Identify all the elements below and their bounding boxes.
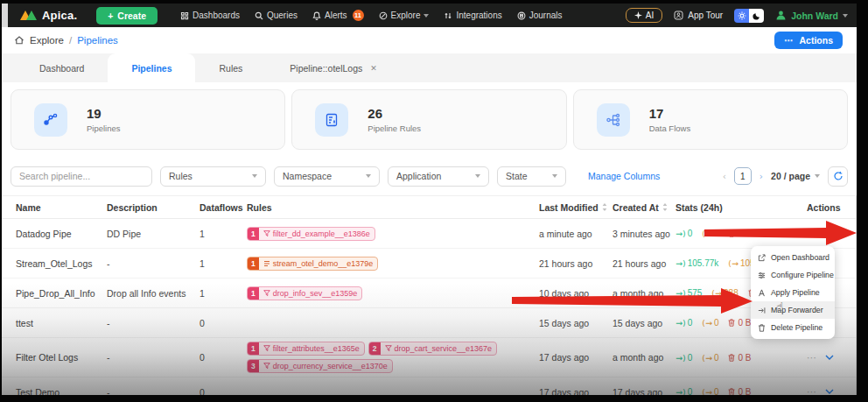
nav-alerts[interactable]: Alerts 11	[312, 10, 364, 21]
filter-funnel-icon	[263, 230, 270, 237]
table-row[interactable]: ttest - 0 15 days ago 15 days ago →)0 (→…	[2, 308, 856, 338]
state-select[interactable]: State	[497, 166, 566, 187]
menu-map-forwarder[interactable]: Map Forwarder	[751, 301, 835, 319]
trash-icon	[758, 324, 766, 332]
events-in-stat: →)0	[676, 353, 692, 363]
rules-select[interactable]: Rules	[160, 166, 266, 187]
table-row[interactable]: Test Demo - 0 17 days ago 17 days ago →)…	[2, 377, 856, 395]
filter-bar: Rules Namespace Application State Manage…	[10, 166, 848, 187]
tab-rules[interactable]: Rules	[195, 53, 266, 82]
page-actions-button[interactable]: ⋯ Actions	[774, 32, 843, 49]
pipelines-count: 19	[87, 106, 121, 121]
filter-funnel-icon	[263, 363, 270, 370]
nav-integrations[interactable]: Integrations	[444, 11, 501, 20]
integrations-icon	[444, 11, 452, 20]
rule-tag[interactable]: 1filter_dd_example__e1386e	[247, 227, 375, 241]
menu-delete-pipeline[interactable]: Delete Pipeline	[751, 319, 835, 336]
chevron-down-icon	[252, 174, 257, 178]
events-out-stat: (→288	[711, 288, 738, 298]
arrow-out-icon: (→	[728, 258, 738, 268]
breadcrumb-separator: /	[69, 35, 72, 46]
tab-dashboard[interactable]: Dashboard	[16, 53, 108, 82]
trash-icon	[728, 388, 735, 395]
row-expand-chevron[interactable]	[825, 389, 834, 395]
avatar	[775, 10, 787, 21]
refresh-button[interactable]	[828, 166, 848, 187]
nav-dashboards[interactable]: Dashboards	[180, 11, 240, 20]
refresh-icon	[833, 171, 844, 181]
arrow-out-icon: (→	[711, 288, 722, 298]
chevron-down-icon	[475, 174, 480, 178]
user-menu[interactable]: John Ward	[775, 10, 848, 21]
menu-open-dashboard[interactable]: Open Dashboard	[751, 249, 835, 266]
tab-pipelines[interactable]: Pipelines	[108, 53, 195, 82]
col-last-modified[interactable]: Last Modified	[539, 202, 612, 213]
table-row[interactable]: Filter Otel Logs - 0 1filter_attributes_…	[2, 338, 856, 377]
alerts-count-badge: 11	[353, 10, 364, 21]
rule-tag[interactable]: 1filter_attributes__e1365e	[247, 342, 365, 356]
prev-page-icon[interactable]: ‹	[723, 171, 726, 181]
row-expand-chevron[interactable]	[825, 230, 834, 236]
table-row[interactable]: Datadog Pipe DD Pipe 1 1filter_dd_exampl…	[2, 219, 856, 249]
arrow-in-icon: →)	[676, 318, 686, 328]
filter-funnel-icon	[385, 345, 392, 352]
tab-pipeline-otellogs[interactable]: Pipeline::otelLogs ✕	[266, 53, 400, 82]
breadcrumb-section[interactable]: Explore	[30, 35, 64, 46]
rule-tag[interactable]: 1drop_info_sev__e1359e	[247, 286, 362, 300]
row-more-button[interactable]: ⋯	[807, 352, 816, 363]
bell-icon	[312, 11, 321, 20]
arrow-out-icon: (→	[702, 229, 712, 238]
next-page-icon[interactable]: ›	[760, 171, 763, 181]
chevron-down-icon	[424, 14, 429, 18]
col-created-at[interactable]: Created At	[612, 202, 676, 213]
brand-logo[interactable]: Apica.	[20, 9, 77, 22]
app-tour-button[interactable]: App Tour	[674, 11, 723, 20]
nav-queries[interactable]: Queries	[255, 11, 298, 20]
filter-funnel-icon	[263, 345, 270, 352]
chevron-down-icon	[552, 174, 557, 178]
dark-mode-moon-icon[interactable]	[749, 9, 764, 23]
apply-icon	[758, 289, 766, 297]
theme-toggle[interactable]	[734, 9, 764, 23]
home-icon[interactable]	[14, 35, 24, 46]
nav-journals[interactable]: Journals	[517, 11, 563, 20]
pipelines-card: 19 Pipelines	[10, 89, 285, 150]
close-tab-icon[interactable]: ✕	[370, 64, 377, 73]
menu-apply-pipeline[interactable]: Apply Pipeline	[751, 284, 835, 301]
chevron-down-icon	[843, 14, 848, 18]
tour-person-icon	[674, 11, 683, 20]
row-expand-chevron[interactable]	[825, 355, 834, 361]
row-actions-menu: Open Dashboard Configure Pipeline Apply …	[751, 246, 835, 339]
table-row[interactable]: Stream_Otel_Logs - 1 1stream_otel_demo__…	[2, 249, 856, 279]
data-flows-card-label: Data Flows	[649, 123, 691, 133]
search-input[interactable]	[10, 166, 152, 187]
brand-name: Apica.	[42, 9, 77, 22]
rule-tag[interactable]: 2drop_cart_service__e1367e	[368, 342, 497, 356]
dropped-stat: 0 B	[728, 318, 751, 328]
rule-tag[interactable]: 1stream_otel_demo__e1379e	[247, 257, 378, 271]
table-row[interactable]: Pipe_Drop_All_Info Drop all Info events …	[2, 279, 856, 308]
nav-explore[interactable]: Explore	[379, 11, 430, 20]
sparkle-icon	[634, 11, 642, 19]
row-more-button[interactable]: ⋯	[807, 228, 816, 239]
col-description: Description	[107, 202, 200, 213]
plus-icon: +	[108, 11, 113, 21]
application-select[interactable]: Application	[388, 166, 489, 187]
page-number[interactable]: 1	[734, 167, 752, 185]
sort-icon	[662, 203, 668, 211]
page-size-select[interactable]: 20 / page	[771, 171, 820, 181]
row-more-button[interactable]: ⋯	[807, 386, 816, 395]
compass-icon	[379, 11, 388, 20]
light-mode-sun-icon[interactable]	[734, 9, 749, 23]
breadcrumb-current[interactable]: Pipelines	[77, 35, 118, 46]
create-button[interactable]: + Create	[96, 7, 158, 25]
menu-configure-pipeline[interactable]: Configure Pipeline	[751, 266, 835, 284]
pagination: ‹ 1 › 20 / page	[723, 166, 848, 187]
primary-nav: Dashboards Queries Alerts 11 Explore Int…	[180, 10, 562, 21]
namespace-select[interactable]: Namespace	[274, 166, 380, 187]
manage-columns-link[interactable]: Manage Columns	[588, 171, 660, 181]
events-in-stat: →)0	[676, 229, 692, 238]
rule-tag[interactable]: 3drop_currency_service__e1370e	[247, 359, 393, 373]
events-out-stat: (→0	[702, 318, 718, 328]
ai-button[interactable]: AI	[626, 8, 662, 23]
